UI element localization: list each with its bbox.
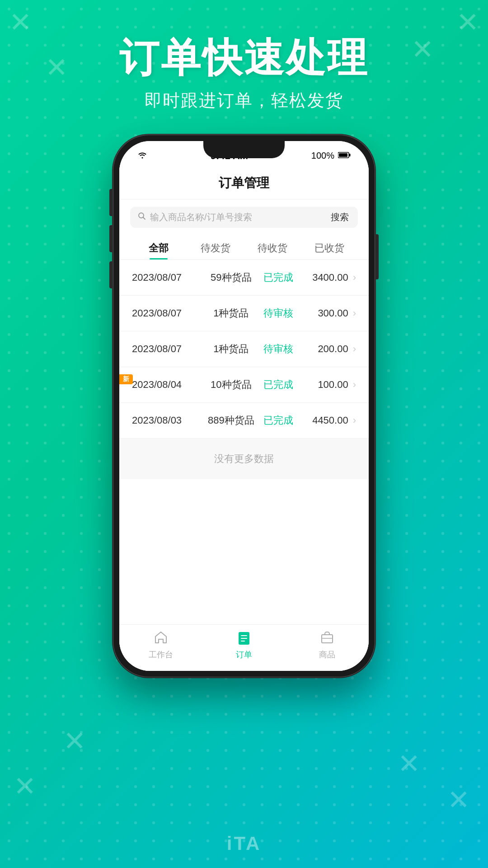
chevron-right-icon: › <box>353 415 356 426</box>
sub-title: 即时跟进订单，轻松发货 <box>119 89 369 112</box>
order-items: 1种货品 <box>204 342 258 356</box>
table-row[interactable]: 2023/08/07 1种货品 待审核 300.00 › <box>119 296 369 331</box>
bottom-label: iTA <box>227 833 262 854</box>
svg-rect-2 <box>339 153 347 157</box>
order-date: 2023/08/07 <box>132 307 204 319</box>
order-amount: 200.00 <box>299 343 348 355</box>
order-items: 1种货品 <box>204 307 258 320</box>
tab-received[interactable]: 已收货 <box>301 235 358 259</box>
order-amount: 3400.00 <box>299 272 348 283</box>
nav-item-orders[interactable]: 订单 <box>202 630 286 660</box>
search-section: 输入商品名称/订单号搜索 搜索 <box>119 199 369 235</box>
svg-rect-10 <box>322 635 333 643</box>
app-page-title: 订单管理 <box>119 175 369 192</box>
phone-frame: 9:41 AM 100% 订单管理 <box>113 135 375 677</box>
table-row[interactable]: 2023/08/07 1种货品 待审核 200.00 › <box>119 331 369 367</box>
nav-item-products[interactable]: 商品 <box>286 630 369 660</box>
order-status: 待审核 <box>258 307 299 320</box>
search-placeholder: 输入商品名称/订单号搜索 <box>150 211 325 223</box>
order-list: 2023/08/07 59种货品 已完成 3400.00 › 2023/08/0… <box>119 260 369 624</box>
order-amount: 300.00 <box>299 307 348 319</box>
main-title: 订单快速处理 <box>119 36 369 80</box>
nav-label-orders: 订单 <box>236 649 252 660</box>
header-section: 订单快速处理 即时跟进订单，轻松发货 <box>119 36 369 112</box>
phone-notch <box>203 141 285 158</box>
order-items: 889种货品 <box>204 414 258 427</box>
wifi-icon <box>137 151 147 160</box>
search-bar[interactable]: 输入商品名称/订单号搜索 搜索 <box>130 207 358 228</box>
search-icon <box>137 212 146 222</box>
tab-all[interactable]: 全部 <box>130 235 187 259</box>
order-amount: 100.00 <box>299 379 348 391</box>
table-row[interactable]: 新 2023/08/04 10种货品 已完成 100.00 › <box>119 367 369 403</box>
bottom-nav: 工作台 订单 <box>119 624 369 671</box>
tab-pending-receive[interactable]: 待收货 <box>244 235 301 259</box>
order-items: 59种货品 <box>204 271 258 284</box>
table-row[interactable]: 2023/08/07 59种货品 已完成 3400.00 › <box>119 260 369 296</box>
order-date: 2023/08/07 <box>132 343 204 355</box>
order-date: 2023/08/07 <box>132 272 204 283</box>
phone-screen: 9:41 AM 100% 订单管理 <box>119 141 369 671</box>
tabs-section: 全部 待发货 待收货 已收货 <box>119 235 369 260</box>
chevron-right-icon: › <box>353 343 356 355</box>
table-row[interactable]: 2023/08/03 889种货品 已完成 4450.00 › <box>119 403 369 439</box>
chevron-right-icon: › <box>353 379 356 391</box>
svg-rect-5 <box>160 639 162 643</box>
status-icons: 100% <box>311 151 351 161</box>
new-badge: 新 <box>119 374 133 384</box>
battery-level: 100% <box>311 151 334 161</box>
tab-pending-ship[interactable]: 待发货 <box>187 235 244 259</box>
order-status: 待审核 <box>258 342 299 356</box>
battery-icon <box>338 151 351 160</box>
home-icon <box>154 630 168 646</box>
no-more-data: 没有更多数据 <box>119 439 369 479</box>
order-status: 已完成 <box>258 271 299 284</box>
order-status: 已完成 <box>258 378 299 392</box>
nav-item-workspace[interactable]: 工作台 <box>119 630 202 660</box>
chevron-right-icon: › <box>353 307 356 319</box>
app-content: 订单管理 输入商品名称/订单号搜索 搜索 <box>119 165 369 671</box>
search-button[interactable]: 搜索 <box>329 211 351 223</box>
products-icon <box>320 630 334 646</box>
app-header: 订单管理 <box>119 165 369 199</box>
nav-label-workspace: 工作台 <box>149 649 173 660</box>
order-date: 2023/08/04 <box>132 379 204 391</box>
order-status: 已完成 <box>258 414 299 427</box>
nav-label-products: 商品 <box>319 649 335 660</box>
orders-icon <box>237 630 251 646</box>
chevron-right-icon: › <box>353 272 356 283</box>
phone-mockup: 9:41 AM 100% 订单管理 <box>113 135 375 677</box>
svg-line-4 <box>143 217 145 220</box>
order-date: 2023/08/03 <box>132 415 204 426</box>
order-items: 10种货品 <box>204 378 258 392</box>
order-amount: 4450.00 <box>299 415 348 426</box>
svg-rect-1 <box>349 154 350 156</box>
